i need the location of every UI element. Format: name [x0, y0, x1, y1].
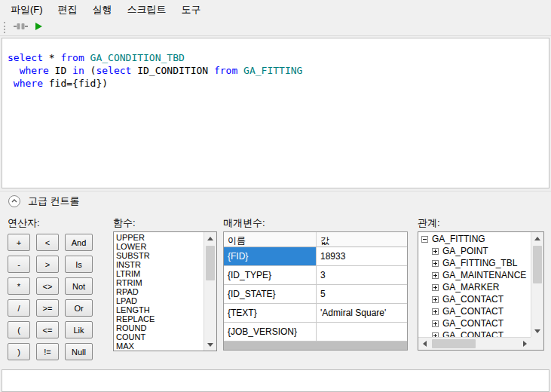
- expand-icon[interactable]: [432, 248, 439, 255]
- function-list-item[interactable]: INSTR: [114, 260, 204, 269]
- function-list-item[interactable]: LENGTH: [114, 305, 204, 314]
- functions-listbox[interactable]: UPPERLOWERSUBSTRINSTRLTRIMRTRIMRPADLPADL…: [113, 231, 217, 351]
- scroll-thumb[interactable]: [533, 246, 542, 283]
- scroll-down-button[interactable]: [204, 338, 216, 351]
- operator-button[interactable]: And: [65, 234, 93, 251]
- param-column-header[interactable]: 이름: [224, 232, 317, 247]
- operator-button[interactable]: /: [8, 299, 30, 317]
- scroll-down-button[interactable]: [531, 325, 543, 337]
- expand-icon[interactable]: [432, 284, 439, 291]
- tree-node[interactable]: GA_FITTING: [418, 233, 531, 245]
- scroll-up-button[interactable]: [204, 232, 216, 244]
- function-list-item[interactable]: RTRIM: [114, 278, 204, 287]
- tree-node-label: GA_MARKER: [442, 282, 499, 292]
- param-row[interactable]: {ID_STATE}5: [224, 285, 407, 304]
- function-list-item[interactable]: REPLACE: [114, 314, 204, 323]
- tree-node-label: GA_CONTACT: [442, 318, 504, 329]
- param-name-cell[interactable]: {ID_TYPE}: [224, 266, 317, 284]
- expand-icon[interactable]: [432, 260, 439, 267]
- sql-editor[interactable]: select * from GA_CONDITION_TBD where ID …: [2, 38, 549, 188]
- param-row[interactable]: {FID}18933: [224, 247, 407, 266]
- collapse-icon[interactable]: [421, 236, 428, 243]
- run-icon: [35, 20, 43, 34]
- tree-node[interactable]: GA_CONTACT: [418, 317, 531, 329]
- scroll-left-button[interactable]: [418, 338, 430, 350]
- operator-button[interactable]: *: [8, 277, 30, 295]
- run-button[interactable]: [29, 20, 47, 35]
- tree-horizontal-scrollbar[interactable]: [418, 337, 531, 350]
- function-list-item[interactable]: COUNT: [114, 332, 204, 341]
- advanced-controls-label: 고급 컨트롤: [28, 194, 80, 208]
- operator-button[interactable]: (: [8, 321, 30, 338]
- tree-node[interactable]: GA_CONTACT: [418, 329, 531, 337]
- function-list-item[interactable]: MAX: [114, 341, 204, 351]
- param-row[interactable]: {ID_TYPE}3: [224, 266, 407, 285]
- menu-item-tools[interactable]: 도구: [174, 0, 209, 20]
- param-row[interactable]: {JOB_VERSION}: [224, 323, 407, 341]
- expand-icon[interactable]: [432, 320, 439, 327]
- param-value-cell[interactable]: 5: [317, 285, 407, 303]
- function-list-item[interactable]: UPPER: [114, 233, 204, 242]
- tree-node[interactable]: GA_FITTING_TBL: [418, 257, 531, 269]
- scroll-thumb[interactable]: [206, 246, 215, 280]
- param-column-header[interactable]: 값: [317, 232, 407, 247]
- operator-button[interactable]: <>: [36, 277, 59, 295]
- tree-node[interactable]: GA_MAINTENANCE: [418, 269, 531, 281]
- tree-node[interactable]: GA_MARKER: [418, 281, 531, 293]
- tree-vertical-scrollbar[interactable]: [531, 232, 543, 337]
- tree-node[interactable]: GA_CONTACT: [418, 293, 531, 305]
- param-name-cell[interactable]: {ID_STATE}: [224, 285, 317, 303]
- param-name-cell[interactable]: {FID}: [224, 247, 317, 265]
- operator-button[interactable]: >=: [36, 299, 59, 317]
- menu-item-edit[interactable]: 편집: [51, 0, 85, 20]
- app-window: 파일(F)편집실행스크립트도구 select * from GA_CONDITI…: [0, 0, 551, 392]
- param-value-cell[interactable]: 3: [317, 266, 407, 284]
- function-list-item[interactable]: LPAD: [114, 296, 204, 305]
- relations-tree[interactable]: GA_FITTINGGA_POINTGA_FITTING_TBLGA_MAINT…: [418, 231, 544, 351]
- tree-node[interactable]: GA_POINT: [418, 245, 531, 257]
- tree-node[interactable]: GA_CONTACT: [418, 305, 531, 317]
- operator-button[interactable]: Lik: [65, 321, 93, 338]
- operator-button[interactable]: !=: [36, 343, 59, 360]
- param-name-cell[interactable]: {TEXT}: [224, 304, 317, 322]
- operator-button[interactable]: Null: [65, 343, 93, 360]
- function-list-item[interactable]: SUBSTR: [114, 251, 204, 260]
- connect-button[interactable]: [11, 20, 29, 35]
- scroll-right-button[interactable]: [519, 338, 531, 350]
- operator-button[interactable]: +: [8, 234, 30, 251]
- function-list-item[interactable]: LTRIM: [114, 269, 204, 278]
- param-value-cell[interactable]: [317, 323, 407, 341]
- operator-button[interactable]: >: [36, 256, 59, 273]
- param-row[interactable]: {TEXT}'Admiral Square': [224, 304, 407, 323]
- menu-item-script[interactable]: 스크립트: [120, 0, 174, 20]
- operator-button[interactable]: -: [8, 256, 30, 273]
- collapse-toggle-button[interactable]: [8, 195, 20, 207]
- operator-button[interactable]: ): [8, 343, 30, 360]
- param-name-cell[interactable]: {JOB_VERSION}: [224, 323, 317, 341]
- function-list-item[interactable]: LOWER: [114, 242, 204, 251]
- tree-node-label: GA_FITTING_TBL: [442, 258, 517, 268]
- advanced-controls-header: 고급 컨트롤: [0, 191, 551, 210]
- scroll-thumb[interactable]: [432, 339, 476, 348]
- param-value-cell[interactable]: 18933: [317, 247, 407, 265]
- function-list-item[interactable]: RPAD: [114, 287, 204, 296]
- parameters-grid[interactable]: 이름값 {FID}18933{ID_TYPE}3{ID_STATE}5{TEXT…: [223, 231, 408, 351]
- param-value-cell[interactable]: 'Admiral Square': [317, 304, 407, 322]
- function-list-item[interactable]: ROUND: [114, 323, 204, 332]
- operator-button[interactable]: Is: [65, 256, 93, 273]
- operator-button[interactable]: <: [36, 234, 59, 251]
- expand-icon[interactable]: [432, 272, 439, 279]
- functions-scrollbar[interactable]: [204, 232, 216, 351]
- operator-button[interactable]: Or: [65, 299, 93, 317]
- expand-icon[interactable]: [432, 296, 439, 303]
- operator-button[interactable]: <=: [36, 321, 59, 338]
- code-line: where ID in (select ID_CONDITION from GA…: [8, 64, 543, 77]
- menu-item-file[interactable]: 파일(F): [3, 0, 51, 20]
- functions-label: 함수:: [113, 216, 136, 230]
- menu-item-run[interactable]: 실행: [85, 0, 120, 20]
- operator-button[interactable]: Not: [65, 277, 93, 295]
- tree-node-label: GA_MAINTENANCE: [442, 270, 526, 280]
- scroll-up-button[interactable]: [531, 232, 543, 244]
- expand-icon[interactable]: [432, 308, 439, 315]
- code-line: select * from GA_CONDITION_TBD: [8, 51, 543, 64]
